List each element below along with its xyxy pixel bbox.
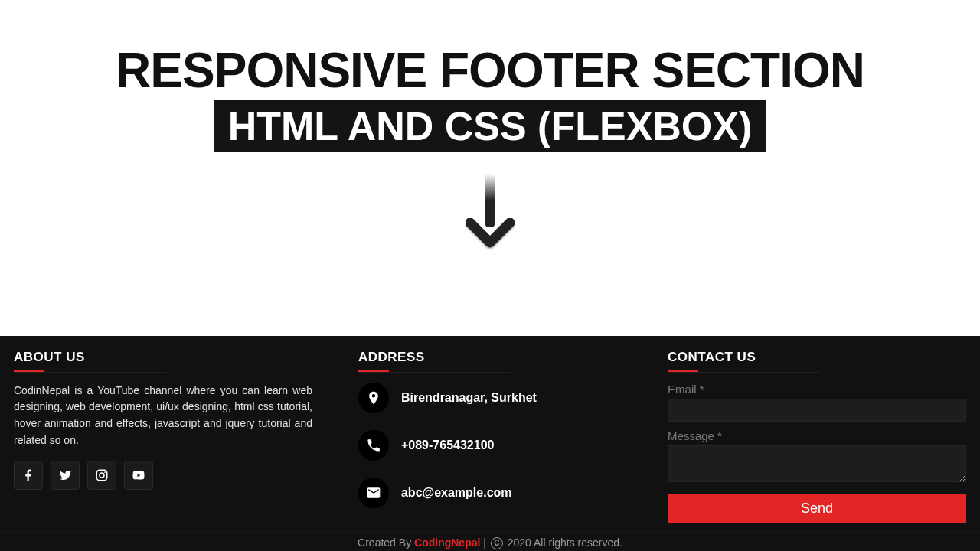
credit-bar: Created By CodingNepal | C 2020 All righ… (0, 531, 980, 551)
svg-point-2 (104, 472, 106, 474)
credit-prefix: Created By (358, 536, 414, 549)
email-icon (358, 478, 389, 508)
about-column: ABOUT US CodinNepal is a YouTube channel… (14, 350, 312, 523)
heading-underline (14, 370, 44, 372)
about-heading: ABOUT US (14, 350, 312, 365)
phone-text: +089-765432100 (401, 439, 494, 452)
copyright-icon: C (491, 537, 503, 549)
svg-point-1 (100, 473, 104, 478)
credit-brand[interactable]: CodingNepal (414, 536, 480, 549)
contact-column: CONTACT US Email * Message * Send (668, 350, 966, 523)
twitter-icon[interactable] (51, 461, 80, 490)
down-arrow-icon (466, 174, 514, 258)
credit-sep: | (480, 536, 488, 549)
email-label: Email * (668, 383, 966, 396)
hero-subtitle: HTML AND CSS (FLEXBOX) (228, 103, 753, 149)
hero-title: RESPONSIVE FOOTER SECTION (0, 42, 980, 99)
hero: RESPONSIVE FOOTER SECTION HTML AND CSS (… (0, 0, 980, 258)
address-item-phone: +089-765432100 (358, 430, 622, 461)
address-item-location: Birendranagar, Surkhet (358, 383, 622, 413)
svg-rect-0 (96, 471, 107, 481)
heading-underline (358, 370, 389, 372)
location-icon (358, 383, 389, 413)
heading-underline (668, 370, 698, 372)
youtube-icon[interactable] (124, 461, 153, 490)
send-button[interactable]: Send (668, 494, 966, 523)
social-row (14, 461, 312, 490)
message-label: Message * (668, 429, 966, 442)
contact-heading: CONTACT US (668, 350, 966, 365)
address-heading: ADDRESS (358, 350, 622, 365)
address-item-email: abc@example.com (358, 478, 622, 508)
about-text: CodinNepal is a YouTube channel where yo… (14, 383, 312, 449)
credit-rights: 2020 All rights reserved. (505, 536, 622, 549)
phone-icon (358, 430, 389, 461)
address-column: ADDRESS Birendranagar, Surkhet +089-7654… (358, 350, 622, 523)
footer: ABOUT US CodinNepal is a YouTube channel… (0, 336, 980, 551)
message-field[interactable] (668, 445, 966, 482)
email-field[interactable] (668, 399, 966, 422)
email-text: abc@example.com (401, 486, 512, 500)
instagram-icon[interactable] (87, 461, 116, 490)
address-text: Birendranagar, Surkhet (401, 391, 537, 405)
hero-subtitle-bg: HTML AND CSS (FLEXBOX) (214, 100, 766, 152)
facebook-icon[interactable] (14, 461, 43, 490)
